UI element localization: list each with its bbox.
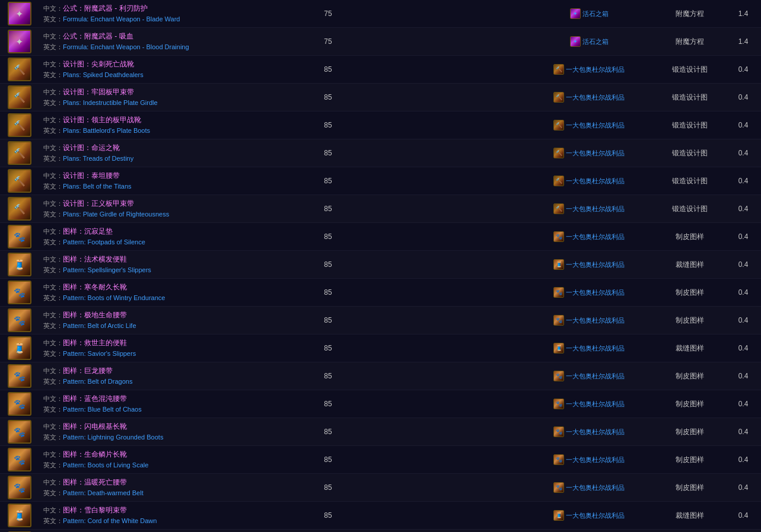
source-text[interactable]: 一大包奥杜尔战利品 (566, 428, 625, 437)
source-text[interactable]: 一大包奥杜尔战利品 (566, 121, 625, 130)
item-source[interactable]: 🔨 一大包奥杜尔战利品 (524, 64, 654, 75)
item-level: 75 (304, 9, 352, 18)
item-source[interactable]: ✦ 活石之箱 (524, 8, 654, 19)
table-row: 🐾 中文：图样：巨龙腰带 英文：Pattern: Belt of Dragons… (0, 362, 761, 390)
source-icon: 🐾 (553, 315, 564, 326)
source-link[interactable]: 🧵 一大包奥杜尔战利品 (527, 510, 651, 521)
source-icon: 🐾 (553, 231, 564, 242)
source-text[interactable]: 一大包奥杜尔战利品 (566, 483, 625, 492)
en-prefix: 英文： (43, 517, 63, 524)
table-row: 🔨 中文：设计图：命运之靴 英文：Plans: Treads of Destin… (0, 139, 761, 167)
item-source[interactable]: 🔨 一大包奥杜尔战利品 (524, 120, 654, 130)
item-name-col: 中文：图样：雪白黎明束带 英文：Pattern: Cord of the Whi… (39, 502, 304, 529)
source-link[interactable]: 🧵 一大包奥杜尔战利品 (527, 259, 651, 270)
item-source[interactable]: 🐾 一大包奥杜尔战利品 (524, 454, 654, 465)
source-text[interactable]: 一大包奥杜尔战利品 (566, 260, 625, 269)
item-name-col: 中文：设计图：泰坦腰带 英文：Plans: Belt of the Titans (39, 168, 304, 195)
item-icon-col: 🧵 (0, 251, 39, 278)
item-source[interactable]: 🔨 一大包奥杜尔战利品 (524, 148, 654, 158)
source-text[interactable]: 一大包奥杜尔战利品 (566, 372, 625, 381)
source-link[interactable]: 🐾 一大包奥杜尔战利品 (527, 287, 651, 298)
source-text[interactable]: 一大包奥杜尔战利品 (566, 455, 625, 464)
source-link[interactable]: ✦ 活石之箱 (527, 8, 651, 19)
source-text[interactable]: 一大包奥杜尔战利品 (566, 511, 625, 520)
source-icon: 🧵 (553, 343, 564, 353)
item-level: 85 (304, 149, 352, 157)
item-source[interactable]: 🐾 一大包奥杜尔战利品 (524, 231, 654, 242)
source-link[interactable]: 🔨 一大包奥杜尔战利品 (527, 148, 651, 158)
table-row: 🧵 中文：图样：远古能量腰带 英文：Pattern: Sash of Ancie… (0, 530, 761, 532)
item-source[interactable]: 🐾 一大包奥杜尔战利品 (524, 482, 654, 493)
item-price: 0.4 (725, 316, 761, 324)
source-text[interactable]: 一大包奥杜尔战利品 (566, 316, 625, 325)
source-link[interactable]: 🐾 一大包奥杜尔战利品 (527, 315, 651, 326)
source-text[interactable]: 一大包奥杜尔战利品 (566, 400, 625, 409)
item-name-cn: 中文：图样：救世主的便鞋 (43, 337, 300, 349)
source-link[interactable]: 🐾 一大包奥杜尔战利品 (527, 231, 651, 242)
item-source[interactable]: 🐾 一大包奥杜尔战利品 (524, 315, 654, 326)
item-source[interactable]: 🔨 一大包奥杜尔战利品 (524, 176, 654, 186)
cn-prefix: 中文： (43, 395, 63, 402)
item-source[interactable]: 🐾 一大包奥杜尔战利品 (524, 287, 654, 298)
source-icon: 🐾 (553, 399, 564, 409)
en-prefix: 英文： (43, 406, 63, 413)
item-level: 85 (304, 483, 352, 492)
item-price: 0.4 (725, 344, 761, 352)
item-name-cn: 中文：公式：附魔武器 - 利刃防护 (43, 3, 300, 14)
source-link[interactable]: 🐾 一大包奥杜尔战利品 (527, 399, 651, 409)
item-price: 0.4 (725, 177, 761, 185)
source-link[interactable]: 🐾 一大包奥杜尔战利品 (527, 371, 651, 381)
source-text[interactable]: 一大包奥杜尔战利品 (566, 344, 625, 353)
source-link[interactable]: 🧵 一大包奥杜尔战利品 (527, 343, 651, 353)
item-icon: 🐾 (8, 225, 31, 249)
source-icon: 🔨 (553, 64, 564, 75)
source-link[interactable]: 🔨 一大包奥杜尔战利品 (527, 176, 651, 186)
source-text[interactable]: 活石之箱 (582, 37, 609, 46)
source-link[interactable]: ✦ 活石之箱 (527, 36, 651, 47)
item-source[interactable]: 🔨 一大包奥杜尔战利品 (524, 203, 654, 214)
source-text[interactable]: 一大包奥杜尔战利品 (566, 232, 625, 241)
item-source[interactable]: 🐾 一大包奥杜尔战利品 (524, 371, 654, 381)
item-source[interactable]: 🧵 一大包奥杜尔战利品 (524, 510, 654, 521)
source-text[interactable]: 一大包奥杜尔战利品 (566, 149, 625, 158)
item-level: 85 (304, 177, 352, 185)
item-type: 锻造设计图 (654, 120, 725, 130)
source-link[interactable]: 🐾 一大包奥杜尔战利品 (527, 482, 651, 493)
source-icon: 🐾 (553, 454, 564, 465)
item-source[interactable]: 🐾 一大包奥杜尔战利品 (524, 426, 654, 437)
source-link[interactable]: 🐾 一大包奥杜尔战利品 (527, 426, 651, 437)
item-icon: 🔨 (8, 141, 31, 165)
item-source[interactable]: 🧵 一大包奥杜尔战利品 (524, 259, 654, 270)
item-source[interactable]: 🧵 一大包奥杜尔战利品 (524, 343, 654, 353)
source-text[interactable]: 一大包奥杜尔战利品 (566, 93, 625, 102)
en-prefix: 英文： (43, 294, 63, 301)
item-name-en: 英文：Plans: Treads of Destiny (43, 154, 300, 164)
source-text[interactable]: 一大包奥杜尔战利品 (566, 288, 625, 297)
item-name-col: 中文：图样：寒冬耐久长靴 英文：Pattern: Boots of Wintry… (39, 279, 304, 306)
cn-prefix: 中文： (43, 172, 63, 179)
cn-prefix: 中文： (43, 256, 63, 263)
source-text[interactable]: 一大包奥杜尔战利品 (566, 65, 625, 74)
source-link[interactable]: 🔨 一大包奥杜尔战利品 (527, 92, 651, 103)
table-row: 🔨 中文：设计图：领主的板甲战靴 英文：Plans: Battlelord's … (0, 112, 761, 139)
source-link[interactable]: 🐾 一大包奥杜尔战利品 (527, 454, 651, 465)
item-source[interactable]: 🐾 一大包奥杜尔战利品 (524, 399, 654, 409)
cn-prefix: 中文： (43, 144, 63, 151)
source-text[interactable]: 活石之箱 (582, 9, 609, 18)
source-link[interactable]: 🔨 一大包奥杜尔战利品 (527, 120, 651, 130)
item-name-cn: 中文：设计图：正义板甲束带 (43, 198, 300, 209)
item-source[interactable]: ✦ 活石之箱 (524, 36, 654, 47)
item-source[interactable]: 🔨 一大包奥杜尔战利品 (524, 92, 654, 103)
item-price: 1.4 (725, 9, 761, 18)
table-row: ✦ 中文：公式：附魔武器 - 利刃防护 英文：Formula: Enchant … (0, 0, 761, 28)
item-name-en: 英文：Plans: Indestructible Plate Girdle (43, 98, 300, 109)
source-link[interactable]: 🔨 一大包奥杜尔战利品 (527, 203, 651, 214)
item-name-cn: 中文：图样：温暖死亡腰带 (43, 477, 300, 488)
source-text[interactable]: 一大包奥杜尔战利品 (566, 177, 625, 186)
item-type: 制皮图样 (654, 232, 725, 242)
source-text[interactable]: 一大包奥杜尔战利品 (566, 205, 625, 214)
source-icon: ✦ (570, 36, 581, 47)
item-type: 制皮图样 (654, 371, 725, 381)
item-name-en: 英文：Pattern: Footpads of Silence (43, 237, 300, 248)
source-link[interactable]: 🔨 一大包奥杜尔战利品 (527, 64, 651, 75)
